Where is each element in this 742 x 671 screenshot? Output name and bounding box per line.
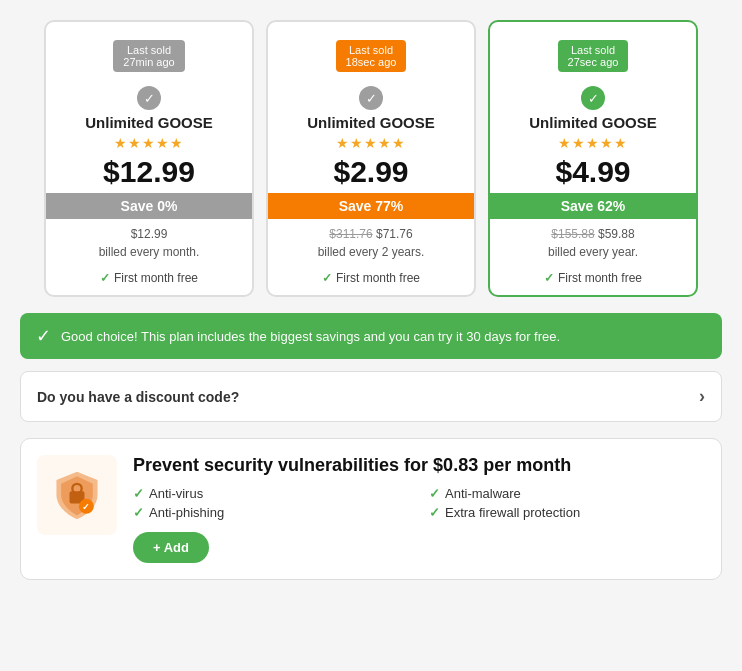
good-choice-banner: ✓ Good choice! This plan includes the bi… [20,313,722,359]
feature-item: ✓Anti-phishing [133,505,409,520]
check-icon: ✓ [36,325,51,347]
stars: ★★★★★ [278,135,464,151]
original-price: $155.88 [551,227,594,241]
shield-lock-icon: ✓ [49,467,105,523]
feature-label: Extra firewall protection [445,505,580,520]
discount-row[interactable]: Do you have a discount code? › [20,371,722,422]
plan-card-annual[interactable]: Last sold27sec ago ✓ Unlimited GOOSE ★★★… [488,20,698,297]
billed-info: $311.76 $71.76 billed every 2 years. [276,225,466,261]
last-sold-badge: Last sold27min ago [113,40,184,72]
feature-label: Anti-phishing [149,505,224,520]
security-icon-wrap: ✓ [37,455,117,535]
check-green-icon: ✓ [100,271,110,285]
feature-item: ✓Anti-malware [429,486,705,501]
billed-info: $12.99 billed every month. [54,225,244,261]
save-badge: Save 77% [268,193,474,219]
feature-check-icon: ✓ [133,505,144,520]
first-month-label: First month free [558,271,642,285]
check-circle: ✓ [137,86,161,110]
first-month-free: ✓ First month free [268,265,474,295]
save-badge: Save 62% [490,193,696,219]
good-choice-text: Good choice! This plan includes the bigg… [61,329,560,344]
first-month-free: ✓ First month free [490,265,696,295]
chevron-right-icon: › [699,386,705,407]
discounted-price: $71.76 [376,227,413,241]
original-price: $311.76 [329,227,372,241]
last-sold-badge: Last sold18sec ago [336,40,407,72]
feature-check-icon: ✓ [429,505,440,520]
stars: ★★★★★ [500,135,686,151]
first-month-label: First month free [114,271,198,285]
plan-header: Last sold27min ago [46,22,252,78]
last-sold-badge: Last sold27sec ago [558,40,629,72]
security-content: Prevent security vulnerabilities for $0.… [133,455,705,563]
first-month-label: First month free [336,271,420,285]
feature-item: ✓Anti-virus [133,486,409,501]
feature-check-icon: ✓ [429,486,440,501]
billed-info: $155.88 $59.88 billed every year. [498,225,688,261]
pricing-section: Last sold27min ago ✓ Unlimited GOOSE ★★★… [20,20,722,297]
discounted-price: $59.88 [598,227,635,241]
save-badge: Save 0% [46,193,252,219]
feature-label: Anti-malware [445,486,521,501]
security-section: ✓ Prevent security vulnerabilities for $… [20,438,722,580]
features-grid: ✓Anti-virus✓Anti-malware✓Anti-phishing✓E… [133,486,705,520]
plan-body: ✓ Unlimited GOOSE ★★★★★ $4.99 [490,78,696,189]
add-button[interactable]: + Add [133,532,209,563]
plan-header: Last sold18sec ago [268,22,474,78]
feature-item: ✓Extra firewall protection [429,505,705,520]
plan-card-monthly[interactable]: Last sold27min ago ✓ Unlimited GOOSE ★★★… [44,20,254,297]
svg-text:✓: ✓ [82,502,90,512]
discounted-price: $12.99 [131,227,168,241]
check-circle: ✓ [359,86,383,110]
plan-name: Unlimited GOOSE [56,114,242,131]
security-title: Prevent security vulnerabilities for $0.… [133,455,705,476]
feature-check-icon: ✓ [133,486,144,501]
first-month-free: ✓ First month free [46,265,252,295]
plan-card-biennial[interactable]: Last sold18sec ago ✓ Unlimited GOOSE ★★★… [266,20,476,297]
billed-period: billed every month. [99,245,200,259]
plan-body: ✓ Unlimited GOOSE ★★★★★ $2.99 [268,78,474,189]
plan-price: $2.99 [278,155,464,189]
plan-body: ✓ Unlimited GOOSE ★★★★★ $12.99 [46,78,252,189]
discount-label: Do you have a discount code? [37,389,239,405]
plan-header: Last sold27sec ago [490,22,696,78]
feature-label: Anti-virus [149,486,203,501]
plan-name: Unlimited GOOSE [500,114,686,131]
plan-name: Unlimited GOOSE [278,114,464,131]
billed-period: billed every 2 years. [318,245,425,259]
check-green-icon: ✓ [544,271,554,285]
check-green-icon: ✓ [322,271,332,285]
stars: ★★★★★ [56,135,242,151]
plan-price: $4.99 [500,155,686,189]
check-circle: ✓ [581,86,605,110]
billed-period: billed every year. [548,245,638,259]
plan-price: $12.99 [56,155,242,189]
